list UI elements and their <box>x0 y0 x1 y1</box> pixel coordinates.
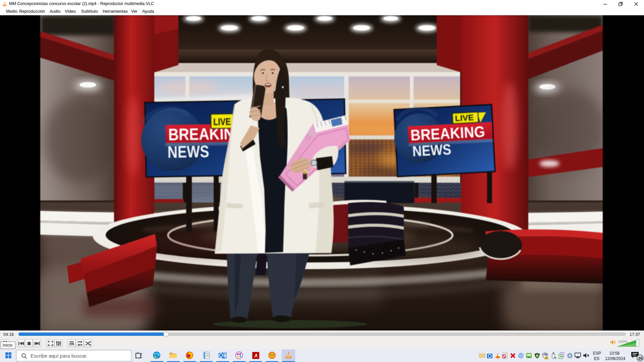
svg-text:NEWS: NEWS <box>167 142 209 162</box>
svg-text:20: 20 <box>638 356 643 360</box>
svg-text:LIVE: LIVE <box>455 113 474 123</box>
svg-text:LIVE: LIVE <box>213 116 231 127</box>
svg-text:NEWS: NEWS <box>412 141 451 159</box>
